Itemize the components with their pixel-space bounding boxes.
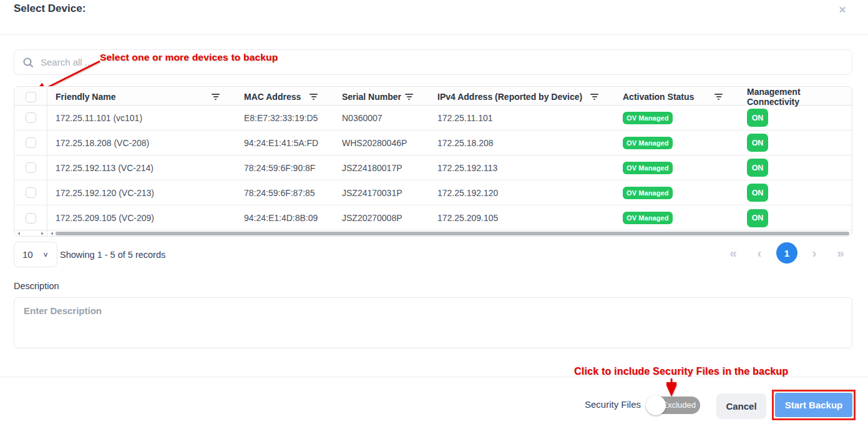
- start-backup-highlight: Start Backup: [772, 390, 856, 420]
- cell-ipv4: 172.25.209.105: [429, 213, 615, 223]
- toggle-state-label: Excluded: [663, 400, 696, 410]
- header-divider: [0, 34, 868, 35]
- row-checkbox-cell: [14, 155, 47, 180]
- cell-ipv4: 172.25.192.120: [429, 188, 615, 198]
- current-page-button[interactable]: 1: [776, 242, 797, 264]
- start-backup-button[interactable]: Start Backup: [775, 393, 852, 417]
- activation-status-badge: OV Managed: [623, 187, 673, 199]
- scroll-left-icon[interactable]: [51, 232, 53, 235]
- security-files-toggle[interactable]: Excluded: [646, 397, 700, 414]
- management-connectivity-badge: ON: [747, 109, 768, 127]
- activation-status-badge: OV Managed: [623, 112, 673, 124]
- cell-activation-status: OV Managed: [615, 112, 739, 124]
- header-checkbox-cell: [14, 87, 47, 107]
- last-page-button[interactable]: »: [831, 245, 850, 260]
- cell-mac: 78:24:59:6F:90:8F: [236, 163, 334, 173]
- cell-serial: WHS20280046P: [334, 138, 429, 148]
- prev-page-button[interactable]: ‹: [750, 245, 769, 260]
- row-checkbox[interactable]: [26, 137, 36, 148]
- row-checkbox-cell: [14, 106, 47, 130]
- table-row[interactable]: 172.25.209.105 (VC-209) 94:24:E1:4D:8B:0…: [14, 205, 852, 230]
- description-input[interactable]: [14, 297, 852, 348]
- cell-ipv4: 172.25.18.208: [429, 138, 615, 148]
- table-body: 172.25.11.101 (vc101) E8:E7:32:33:19:D5 …: [14, 106, 852, 230]
- table-row[interactable]: 172.25.18.208 (VC-208) 94:24:E1:41:5A:FD…: [14, 131, 852, 155]
- table-row[interactable]: 172.25.11.101 (vc101) E8:E7:32:33:19:D5 …: [14, 106, 852, 131]
- scroll-right-icon[interactable]: [41, 232, 44, 235]
- table-row[interactable]: 172.25.192.113 (VC-214) 78:24:59:6F:90:8…: [14, 155, 852, 180]
- filter-icon[interactable]: [714, 94, 723, 100]
- annotation-select-devices: Select one or more devices to backup: [100, 52, 278, 63]
- management-connectivity-badge: ON: [747, 134, 768, 152]
- filter-icon[interactable]: [212, 94, 220, 100]
- filter-icon[interactable]: [310, 94, 318, 100]
- next-page-button[interactable]: ›: [805, 245, 824, 260]
- cell-friendly-name: 172.25.11.101 (vc101): [47, 113, 236, 123]
- cell-management-connectivity: ON: [739, 109, 852, 127]
- pinned-scroll-zone: [14, 230, 47, 236]
- cell-ipv4: 172.25.192.113: [429, 163, 615, 173]
- cell-serial: JSZ24180017P: [334, 163, 429, 173]
- activation-status-badge: OV Managed: [623, 137, 673, 149]
- cell-management-connectivity: ON: [739, 159, 852, 177]
- first-page-button[interactable]: «: [724, 245, 743, 260]
- table-row[interactable]: 172.25.192.120 (VC-213) 78:24:59:6F:87:8…: [14, 180, 852, 205]
- cell-friendly-name: 172.25.209.105 (VC-209): [47, 213, 236, 223]
- management-connectivity-badge: ON: [747, 159, 768, 177]
- management-connectivity-badge: ON: [747, 209, 768, 227]
- row-checkbox[interactable]: [26, 187, 36, 198]
- row-checkbox[interactable]: [26, 162, 36, 173]
- cell-management-connectivity: ON: [739, 209, 852, 227]
- pager: « ‹ 1 › »: [724, 240, 855, 265]
- filter-icon[interactable]: [405, 94, 413, 100]
- cell-mac: E8:E7:32:33:19:D5: [236, 113, 334, 123]
- horizontal-scrollbar: [14, 230, 852, 236]
- table-header-row: Friendly Name MAC Address Serial Number …: [14, 87, 852, 106]
- cell-serial: JSZ20270008P: [334, 213, 429, 223]
- description-label: Description: [14, 281, 59, 291]
- cell-management-connectivity: ON: [739, 134, 852, 152]
- cell-activation-status: OV Managed: [615, 212, 739, 224]
- cell-management-connectivity: ON: [739, 184, 852, 202]
- filter-icon[interactable]: [590, 94, 598, 100]
- close-icon[interactable]: ✕: [835, 2, 850, 17]
- cell-mac: 94:24:E1:41:5A:FD: [236, 138, 334, 148]
- cell-friendly-name: 172.25.18.208 (VC-208): [47, 138, 236, 148]
- cell-activation-status: OV Managed: [615, 187, 739, 199]
- cell-ipv4: 172.25.11.101: [429, 113, 615, 123]
- column-header-ipv4[interactable]: IPv4 Address (Reported by Device): [429, 87, 615, 107]
- cell-serial: N0360007: [334, 113, 429, 123]
- row-checkbox-cell: [14, 180, 47, 205]
- scrollbar-thumb[interactable]: [56, 232, 849, 236]
- activation-status-badge: OV Managed: [623, 212, 673, 224]
- page-title: Select Device:: [14, 2, 85, 15]
- cancel-button[interactable]: Cancel: [716, 393, 766, 419]
- cell-mac: 78:24:59:6F:87:85: [236, 188, 334, 198]
- cell-mac: 94:24:E1:4D:8B:09: [236, 213, 334, 223]
- cell-friendly-name: 172.25.192.120 (VC-213): [47, 188, 236, 198]
- chevron-down-icon: ∨: [42, 251, 49, 259]
- column-header-serial[interactable]: Serial Number: [334, 87, 429, 107]
- security-files-label: Security Files: [585, 399, 641, 410]
- column-header-friendly-name[interactable]: Friendly Name: [47, 87, 236, 107]
- cell-activation-status: OV Managed: [615, 137, 739, 149]
- column-header-mac[interactable]: MAC Address: [236, 87, 334, 107]
- column-header-activation[interactable]: Activation Status: [615, 87, 739, 107]
- scroll-left-icon[interactable]: [17, 232, 20, 235]
- row-checkbox-cell: [14, 205, 47, 230]
- device-table: Friendly Name MAC Address Serial Number …: [14, 86, 852, 237]
- row-checkbox[interactable]: [26, 213, 36, 224]
- records-summary: Showing 1 - 5 of 5 records: [60, 250, 165, 260]
- cell-activation-status: OV Managed: [615, 162, 739, 174]
- row-checkbox-cell: [14, 131, 47, 155]
- cell-serial: JSZ24170031P: [334, 188, 429, 198]
- annotation-security-files: Click to include Security Files in the b…: [574, 366, 788, 377]
- row-checkbox[interactable]: [26, 112, 36, 123]
- cell-friendly-name: 172.25.192.113 (VC-214): [47, 163, 236, 173]
- page-size-select[interactable]: 10 ∨: [14, 242, 57, 267]
- column-header-management[interactable]: Management Connectivity: [739, 87, 852, 107]
- activation-status-badge: OV Managed: [623, 162, 673, 174]
- management-connectivity-badge: ON: [747, 184, 768, 202]
- select-all-checkbox[interactable]: [26, 92, 36, 102]
